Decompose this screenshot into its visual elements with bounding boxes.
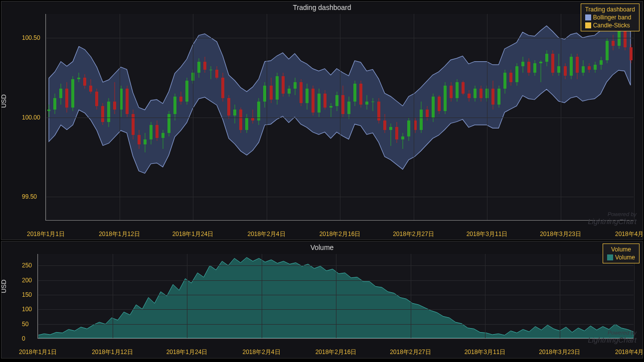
x-tick-label: 2018年1月24日 (172, 230, 214, 239)
watermark-line1: Powered by (588, 211, 637, 217)
price-chart-legend: Trading dashboard Bollinger band Candle-… (581, 3, 640, 31)
x-tick-label: 2018年1月24日 (166, 348, 208, 357)
y-axis-label: USD (0, 94, 7, 108)
x-tick-label: 2018年3月23日 (540, 230, 581, 239)
watermark: Powered by LightningChart (588, 211, 637, 226)
volume-plot-area[interactable]: 050100150200250 2018年1月1日2018年1月12日2018年… (37, 254, 634, 339)
x-tick-label: 2018年1月1日 (19, 348, 57, 357)
legend-title: Trading dashboard (585, 6, 635, 13)
y-tick-label: 100 (22, 306, 32, 313)
volume-chart-legend: Volume Volume (603, 243, 640, 263)
legend-label: Candle-Sticks (593, 22, 630, 29)
volume-chart-title: Volume (311, 243, 334, 251)
legend-label: Volume (615, 254, 635, 261)
y-tick-label: 100.50 (22, 34, 40, 41)
x-tick-label: 2018年2月16日 (316, 348, 357, 357)
x-tick-label: 2018年1月1日 (27, 230, 65, 239)
legend-title: Volume (607, 246, 635, 253)
legend-swatch-icon (607, 254, 613, 260)
x-tick-label: 2018年2月16日 (320, 230, 361, 239)
price-chart-panel: Trading dashboard Trading dashboard Boll… (1, 1, 643, 240)
watermark-line1: Powered by (588, 330, 637, 336)
legend-item-candles[interactable]: Candle-Sticks (585, 22, 635, 29)
x-tick-label: 2018年3月23日 (539, 348, 580, 357)
legend-item-volume[interactable]: Volume (607, 254, 635, 261)
x-tick-label: 2018年1月12日 (99, 230, 140, 239)
legend-label: Bollinger band (593, 14, 632, 21)
y-tick-label: 0 (22, 335, 25, 342)
x-tick-label: 2018年2月4日 (242, 348, 280, 357)
y-tick-label: 50 (22, 321, 28, 328)
watermark-line2: LightningChart (588, 218, 637, 226)
x-tick-label: 2018年4月3日 (615, 230, 644, 239)
watermark-line2: LightningChart (588, 336, 637, 345)
price-chart-title: Trading dashboard (293, 3, 351, 11)
x-tick-label: 2018年3月11日 (467, 230, 508, 239)
x-tick-label: 2018年3月11日 (465, 348, 506, 357)
x-tick-label: 2018年1月12日 (92, 348, 133, 357)
legend-swatch-icon (585, 22, 591, 28)
y-tick-label: 100.00 (22, 114, 40, 121)
y-tick-label: 150 (22, 291, 32, 298)
legend-item-bollinger[interactable]: Bollinger band (585, 14, 635, 21)
x-tick-label: 2018年2月4日 (247, 230, 285, 239)
x-tick-label: 2018年4月3日 (615, 348, 644, 357)
x-tick-label: 2018年2月27日 (390, 348, 431, 357)
legend-swatch-icon (585, 14, 591, 20)
y-tick-label: 99.50 (22, 193, 37, 200)
price-plot-area[interactable]: 99.50100.00100.50 2018年1月1日2018年1月12日201… (45, 14, 634, 221)
volume-chart-panel: Volume Volume Volume USD 050100150200250… (1, 241, 643, 359)
y-tick-label: 250 (22, 262, 32, 269)
y-axis-label: USD (0, 279, 7, 293)
y-tick-label: 200 (22, 277, 32, 284)
watermark: Powered by LightningChart (588, 330, 637, 344)
x-tick-label: 2018年2月27日 (393, 230, 434, 239)
